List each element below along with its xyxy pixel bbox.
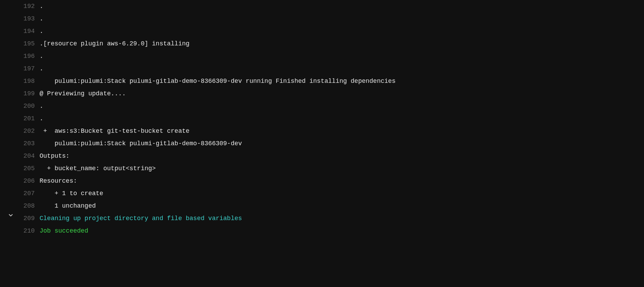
line-content: .: [35, 112, 43, 125]
line-number[interactable]: 201: [17, 112, 35, 125]
line-content: .: [35, 12, 43, 25]
line-number[interactable]: 197: [17, 62, 35, 75]
log-line: 210Job succeeded: [4, 225, 644, 237]
log-line: 197.: [4, 62, 644, 75]
line-content: pulumi:pulumi:Stack pulumi-gitlab-demo-8…: [35, 137, 242, 150]
log-line: 199@ Previewing update....: [4, 87, 644, 100]
line-number[interactable]: 205: [17, 162, 35, 175]
line-number[interactable]: 200: [17, 100, 35, 112]
log-line: 205 + bucket_name: output<string>: [4, 162, 644, 175]
log-line: 208 1 unchanged: [4, 200, 644, 212]
line-number[interactable]: 203: [17, 137, 35, 150]
log-line: 194.: [4, 25, 644, 37]
line-number[interactable]: 192: [17, 0, 35, 12]
log-line: 207 + 1 to create: [4, 187, 644, 200]
log-line: 195.[resource plugin aws-6.29.0] install…: [4, 37, 644, 50]
line-number[interactable]: 208: [17, 200, 35, 212]
line-content: pulumi:pulumi:Stack pulumi-gitlab-demo-8…: [35, 75, 396, 87]
line-content: Cleaning up project directory and file b…: [35, 212, 242, 225]
log-line: 192.: [4, 0, 644, 12]
line-number[interactable]: 193: [17, 12, 35, 25]
line-content: + bucket_name: output<string>: [35, 162, 156, 175]
log-line: 209Cleaning up project directory and fil…: [4, 212, 644, 225]
line-number[interactable]: 207: [17, 187, 35, 200]
gutter: [4, 212, 17, 218]
line-number[interactable]: 198: [17, 75, 35, 87]
chevron-down-icon[interactable]: [8, 212, 14, 218]
line-number[interactable]: 210: [17, 225, 35, 237]
line-content: .: [35, 25, 43, 37]
line-content: .: [35, 62, 43, 75]
log-line: 203 pulumi:pulumi:Stack pulumi-gitlab-de…: [4, 137, 644, 150]
line-content: + 1 to create: [35, 187, 103, 200]
log-line: 206Resources:: [4, 175, 644, 187]
line-content: .: [35, 0, 43, 12]
log-line: 201.: [4, 112, 644, 125]
log-container: 192.193.194.195.[resource plugin aws-6.2…: [0, 0, 644, 237]
line-content: .[resource plugin aws-6.29.0] installing: [35, 37, 189, 50]
log-line: 193.: [4, 12, 644, 25]
line-number[interactable]: 199: [17, 87, 35, 100]
log-line: 198 pulumi:pulumi:Stack pulumi-gitlab-de…: [4, 75, 644, 87]
log-line: 202 + aws:s3:Bucket git-test-bucket crea…: [4, 125, 644, 137]
line-content: + aws:s3:Bucket git-test-bucket create: [35, 125, 189, 137]
line-number[interactable]: 204: [17, 150, 35, 162]
log-line: 196.: [4, 50, 644, 62]
line-number[interactable]: 209: [17, 212, 35, 225]
line-content: 1 unchanged: [35, 200, 96, 212]
line-content: .: [35, 100, 43, 112]
line-content: @ Previewing update....: [35, 87, 126, 100]
line-number[interactable]: 196: [17, 50, 35, 62]
line-number[interactable]: 202: [17, 125, 35, 137]
log-line: 200.: [4, 100, 644, 112]
log-line: 204Outputs:: [4, 150, 644, 162]
line-number[interactable]: 195: [17, 37, 35, 50]
line-content: Resources:: [35, 175, 77, 187]
line-number[interactable]: 206: [17, 175, 35, 187]
line-number[interactable]: 194: [17, 25, 35, 37]
line-content: Job succeeded: [35, 225, 88, 237]
line-content: .: [35, 50, 43, 62]
line-content: Outputs:: [35, 150, 69, 162]
